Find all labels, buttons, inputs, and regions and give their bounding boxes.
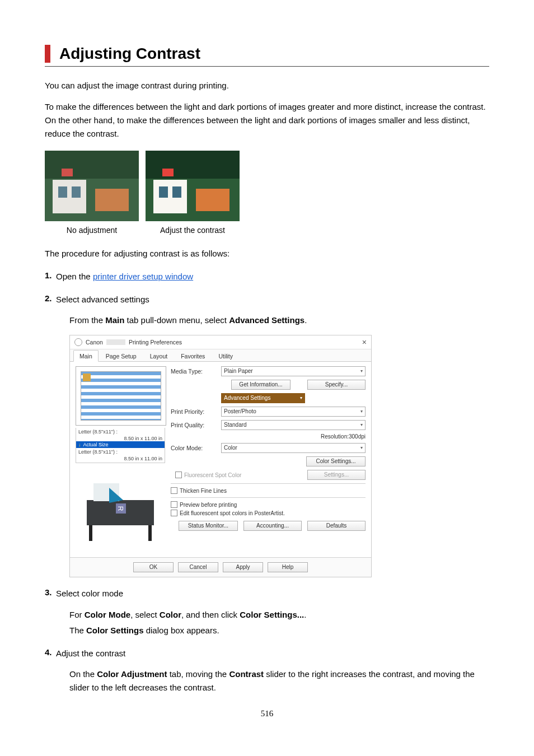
step-1: Open the printer driver setup window (56, 270, 489, 283)
printer-driver-setup-link[interactable]: printer driver setup window (93, 272, 193, 281)
chevron-down-icon: ▾ (360, 407, 363, 416)
media-type-select[interactable]: Plain Paper▾ (221, 366, 366, 376)
media-type-label: Media Type: (171, 368, 218, 375)
step-3-title: Select color mode (56, 587, 489, 600)
fluorescent-label: Fluorescent Spot Color (184, 472, 241, 478)
page-title: Adjusting Contrast (59, 45, 489, 63)
color-settings-button[interactable]: Color Settings... (306, 456, 366, 466)
help-button[interactable]: Help (268, 562, 308, 572)
sample-image-adjusted (146, 151, 240, 221)
fluorescent-checkbox[interactable] (175, 472, 182, 478)
fluorescent-settings-button: Settings... (307, 470, 366, 480)
procedure-intro: The procedure for adjusting contrast is … (45, 247, 489, 260)
actual-size-row[interactable]: ↓Actual Size (76, 441, 165, 448)
svg-rect-18 (89, 525, 92, 541)
intro-paragraph-1: You can adjust the image contrast during… (45, 79, 489, 92)
dialog-title-text: Printing Preferences (129, 339, 182, 346)
redacted-model (106, 339, 125, 345)
chevron-down-icon: ▾ (360, 444, 363, 452)
svg-rect-10 (159, 186, 168, 198)
svg-rect-8 (146, 151, 240, 179)
tab-main[interactable]: Main (73, 350, 99, 362)
step-4-title: Adjust the contrast (56, 647, 489, 660)
preview-label: Preview before printing (180, 502, 237, 508)
edit-fluorescent-checkbox[interactable] (171, 510, 177, 516)
dialog-titlebar: Canon Printing Preferences × (70, 335, 371, 349)
print-quality-select[interactable]: Standard▾ (221, 420, 366, 430)
step-4-subtext: On the Color Adjustment tab, moving the … (69, 668, 489, 694)
apply-button[interactable]: Apply (223, 562, 263, 572)
advanced-settings-select[interactable]: Advanced Settings▾ (221, 393, 305, 403)
tab-favorites[interactable]: Favorites (175, 350, 211, 362)
chevron-down-icon: ▾ (300, 394, 302, 403)
dialog-brand: Canon (86, 339, 103, 346)
get-information-button[interactable]: Get Information... (231, 380, 291, 390)
accounting-button[interactable]: Accounting... (243, 521, 302, 531)
color-mode-select[interactable]: Color▾ (221, 443, 366, 453)
specify-button[interactable]: Specify... (307, 380, 366, 390)
step-2-title: Select advanced settings (56, 293, 489, 306)
tabs-bar: Main Page Setup Layout Favorites Utility (70, 349, 371, 362)
tab-utility[interactable]: Utility (212, 350, 239, 362)
svg-rect-5 (95, 189, 129, 211)
svg-text:R: R (116, 506, 124, 511)
printer-illustration: R (76, 466, 165, 550)
step-3-subtext-2: The Color Settings dialog box appears. (69, 624, 489, 637)
svg-rect-3 (58, 186, 67, 198)
page-number: 516 (45, 709, 489, 718)
svg-rect-11 (172, 186, 181, 198)
chevron-down-icon: ▾ (360, 421, 363, 430)
close-icon[interactable]: × (362, 338, 367, 347)
thicken-lines-checkbox[interactable] (171, 487, 177, 494)
print-quality-label: Print Quality: (171, 422, 218, 428)
print-priority-label: Print Priority: (171, 408, 218, 415)
defaults-button[interactable]: Defaults (307, 521, 366, 531)
status-monitor-button[interactable]: Status Monitor... (179, 521, 238, 531)
svg-rect-6 (62, 169, 73, 176)
cancel-button[interactable]: Cancel (178, 562, 218, 572)
step-3-subtext-1: For Color Mode, select Color, and then c… (69, 608, 489, 622)
svg-rect-19 (148, 525, 152, 541)
svg-rect-4 (72, 186, 81, 198)
thicken-lines-label: Thicken Fine Lines (180, 488, 227, 494)
chevron-down-icon: ▾ (360, 367, 363, 376)
edit-fluorescent-label: Edit fluorescent spot colors in PosterAr… (180, 510, 285, 516)
title-divider (45, 66, 489, 67)
size-info-block: Letter (8.5"x11") : 8.50 in x 11.00 in ↓… (76, 428, 165, 463)
caption-adjust-contrast: Adjust the contrast (146, 226, 240, 235)
print-priority-select[interactable]: Poster/Photo▾ (221, 407, 366, 417)
resolution-text: Resolution:300dpi (171, 433, 366, 440)
preview-checkbox[interactable] (171, 501, 177, 508)
intro-paragraph-2: To make the differences between the ligh… (45, 100, 489, 141)
svg-rect-1 (45, 151, 139, 179)
tab-page-setup[interactable]: Page Setup (100, 350, 143, 362)
step-2-subtext: From the Main tab pull-down menu, select… (69, 314, 489, 327)
tab-layout[interactable]: Layout (144, 350, 174, 362)
color-mode-label: Color Mode: (171, 445, 218, 451)
app-icon (74, 338, 82, 346)
svg-rect-9 (153, 180, 187, 213)
printing-preferences-dialog: Canon Printing Preferences × Main Page S… (69, 335, 372, 577)
ok-button[interactable]: OK (133, 562, 174, 572)
caption-no-adjustment: No adjustment (45, 226, 139, 235)
svg-rect-2 (53, 180, 86, 213)
svg-rect-13 (162, 169, 174, 176)
sample-image-original (45, 151, 139, 221)
svg-rect-12 (196, 189, 229, 211)
page-preview (76, 366, 166, 426)
